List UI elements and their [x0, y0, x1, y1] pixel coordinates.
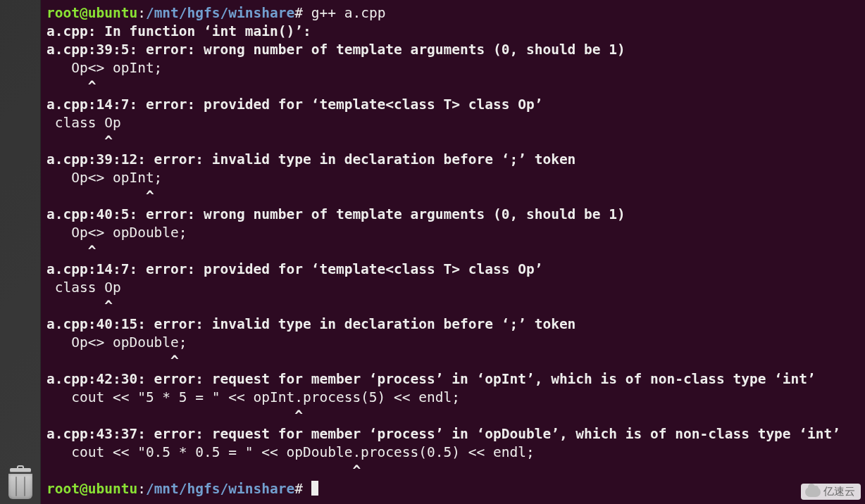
prompt-hash: #: [294, 481, 303, 497]
output-line: a.cpp:39:12: error: invalid type in decl…: [46, 151, 575, 168]
command-text: g++ a.cpp: [311, 5, 386, 21]
trash-launcher-item[interactable]: [3, 466, 38, 501]
output-line: class Op: [46, 279, 121, 296]
output-line: a.cpp:43:37: error: request for member ‘…: [46, 426, 840, 442]
output-line: Op<> opInt;: [46, 60, 162, 76]
prompt-hash: #: [294, 5, 303, 21]
prompt-colon: :: [137, 5, 146, 21]
terminal-cursor: [311, 481, 318, 496]
output-line: Op<> opDouble;: [46, 225, 187, 241]
output-line: ^: [46, 298, 113, 314]
watermark: 亿速云: [801, 484, 861, 500]
prompt-userhost: root@ubuntu: [46, 5, 137, 21]
prompt-path: /mnt/hgfs/winshare: [146, 481, 294, 497]
output-line: a.cpp:39:5: error: wrong number of templ…: [46, 42, 626, 58]
output-line: a.cpp:40:15: error: invalid type in decl…: [46, 316, 575, 332]
output-line: cout << "5 * 5 = " << opInt.process(5) <…: [46, 389, 460, 405]
output-line: a.cpp:14:7: error: provided for ‘templat…: [46, 96, 542, 113]
prompt-colon: :: [137, 481, 146, 497]
prompt-userhost: root@ubuntu: [46, 481, 137, 497]
output-line: a.cpp: In function ‘int main()’:: [46, 23, 311, 39]
output-line: a.cpp:42:30: error: request for member ‘…: [46, 371, 816, 387]
prompt-line-1: root@ubuntu:/mnt/hgfs/winshare#: [46, 5, 303, 21]
output-line: ^: [46, 188, 154, 204]
output-line: ^: [46, 133, 113, 149]
desktop: root@ubuntu:/mnt/hgfs/winshare# g++ a.cp…: [0, 0, 865, 504]
output-line: Op<> opInt;: [46, 170, 162, 186]
output-line: a.cpp:40:5: error: wrong number of templ…: [46, 206, 626, 222]
output-line: ^: [46, 353, 179, 369]
terminal-window[interactable]: root@ubuntu:/mnt/hgfs/winshare# g++ a.cp…: [41, 0, 865, 504]
output-line: class Op: [46, 115, 121, 131]
output-line: ^: [46, 78, 96, 94]
prompt-line-2: root@ubuntu:/mnt/hgfs/winshare#: [46, 481, 303, 497]
output-line: a.cpp:14:7: error: provided for ‘templat…: [46, 261, 542, 277]
trash-icon: [7, 468, 34, 499]
cloud-icon: [805, 487, 821, 497]
output-line: Op<> opDouble;: [46, 334, 187, 351]
output-line: ^: [46, 462, 361, 479]
output-line: ^: [46, 408, 303, 424]
output-line: ^: [46, 243, 96, 259]
output-line: cout << "0.5 * 0.5 = " << opDouble.proce…: [46, 444, 535, 460]
prompt-path: /mnt/hgfs/winshare: [146, 5, 294, 21]
watermark-text: 亿速云: [823, 485, 855, 498]
launcher-panel: [0, 0, 41, 504]
